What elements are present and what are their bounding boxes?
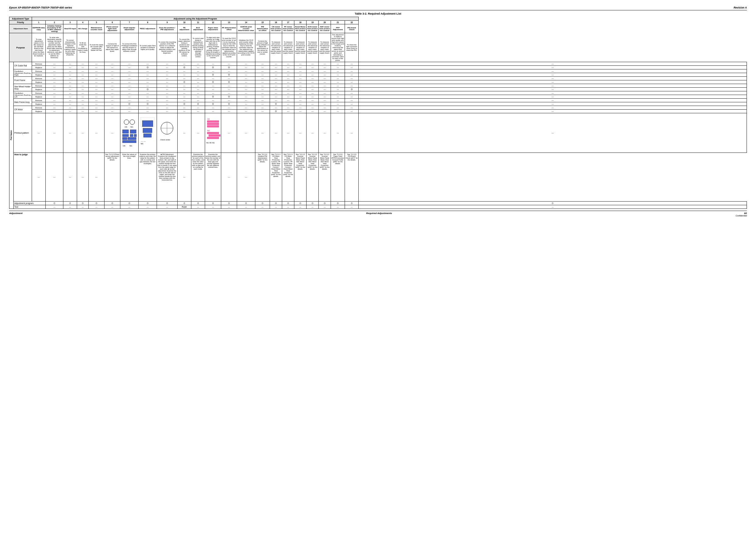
table-row: Main Frame Assy Remove -----------------… (10, 99, 747, 102)
part-name-cell: Part Name (10, 62, 14, 209)
header-model: Epson XP-850/XP-800/XP-750/XP-700/XP-600… (9, 6, 72, 9)
col-h2: Initialize Setting (Including S/ No. & M… (46, 24, 63, 33)
svg-text:MS: MS (141, 143, 144, 145)
svg-rect-11 (122, 140, 136, 143)
purpose-c17: To measure and correct the electrical va… (282, 33, 294, 62)
htj-c12: Examine the printout pattern and enter t… (205, 153, 221, 202)
table-row: Replace ------------------O-------------… (10, 88, 747, 91)
htj-c20: See "3.2.2.2 Scanner Motor Panel Motor H… (319, 153, 331, 202)
diagram-col6: OK NG OK NG (121, 113, 139, 153)
svg-text:---- ----: ---- ---- (141, 140, 146, 142)
col-h1: EEPROM data copy (32, 24, 46, 33)
col-h9: First dot position / PW adjustment (157, 24, 178, 33)
purpose-c7: To correct tilt of the Printhead install… (121, 33, 139, 62)
main-frame-assy-label: Main Frame Assy (14, 99, 32, 106)
col-8: 8 (139, 21, 157, 24)
table-row: Replace ------------------------------OO… (10, 73, 747, 77)
table-row: Parallelism Adjustment Bushing Right Rem… (10, 69, 747, 73)
htj-c16: See "3.2.2.1 CR Motor Heat Protection Co… (270, 153, 282, 202)
svg-rect-10 (128, 137, 136, 140)
table-row: Replace ------------------O---O---OO----… (10, 66, 747, 69)
htj-c22: See "3.2.2.5 PIS Board Check (p67)" for … (345, 153, 359, 202)
col-h6: Photo sensor light level adjustment (104, 24, 121, 33)
par-adj-left-label: Parallelism Adjustment Bushing Left (14, 91, 32, 99)
how-to-judge-label: How to judge (14, 153, 32, 202)
svg-rect-9 (122, 137, 127, 140)
col-17: 17 (282, 21, 294, 24)
purpose-c1: To copy adjustment values or the like st… (32, 33, 46, 62)
page-footer: Adjustment Required Adjustments 60 Confi… (9, 211, 747, 217)
htj-c17: See "3.2.2.1 CR Motor Heat Protection Co… (282, 153, 294, 202)
footer-confidential: Confidential (736, 215, 747, 217)
table-row: CR Motor Remove ------------------------… (10, 106, 747, 110)
replace-label: Replace (32, 66, 46, 69)
table-row: Parallelism Adjustment Bushing Left Remo… (10, 91, 747, 95)
table-row: Part Name CR Guide Rail Remove ---------… (10, 62, 747, 66)
purpose-c3: To correct characteristic variation of t… (63, 33, 77, 62)
col-h5: Maintenance counter reset (89, 24, 104, 33)
printout-pattern-row: Printout pattern --- --- --- --- --- ---… (10, 113, 747, 153)
purpose-c4: To fill ink inside the new Printhead to … (77, 33, 89, 62)
diagram-col11: OK NG NG OK NG (205, 113, 221, 153)
page: Epson XP-850/XP-800/XP-750/XP-700/XP-600… (0, 0, 756, 534)
col-h14: CD/DVD print counter deterioration clear (237, 24, 256, 33)
svg-rect-29 (207, 132, 219, 134)
tool-row-label: Tool (14, 205, 46, 209)
svg-text:NG: NG (130, 126, 133, 128)
svg-text:Check center: Check center (160, 139, 170, 140)
col-11: 11 (191, 21, 205, 24)
col-1: 1 (32, 21, 46, 24)
svg-rect-7 (130, 134, 133, 137)
col-h12: Paper skew adjustment (205, 24, 221, 33)
adj-program-label: Adjustment using the Adjustment Program (32, 17, 359, 21)
table-row: Front Frame Remove ---------------------… (10, 77, 747, 80)
header-revision: Revision A (734, 6, 747, 9)
svg-rect-31 (207, 137, 219, 139)
htj-c15: See "3.2.2.4 Initialize PW deterioration… (256, 153, 270, 202)
svg-text:OK: OK (125, 126, 127, 128)
col-22: 22 (345, 21, 359, 24)
col-9: 9 (157, 21, 178, 24)
svg-point-0 (124, 120, 129, 124)
col-h3: Head ID input (63, 24, 77, 33)
table-row: Replace ------------------------------OO… (10, 95, 747, 99)
svg-text:NG: NG (129, 145, 132, 147)
col-18: 18 (294, 21, 307, 24)
svg-rect-5 (130, 130, 136, 133)
svg-rect-16 (143, 128, 152, 133)
adj-type-label: Adjustment Type (10, 17, 32, 21)
col-20: 20 (319, 21, 331, 24)
purpose-c5: To reset the waste ink counter after rep… (89, 33, 104, 62)
pej-diagram: Check center (159, 116, 176, 149)
cr-guide-rail-label: CR Guide Rail (14, 62, 32, 69)
head-angular-diagram: ---- ---- MS (139, 116, 156, 149)
htj-c18: See "3.2.2.2 Scanner Motor Panel Motor H… (294, 153, 307, 202)
par-adj-right-label: Parallelism Adjustment Bushing Right (14, 69, 32, 77)
cr-motor-label: CR Motor (14, 106, 32, 113)
tool-row: Tool ------------------------ Ruler ----… (10, 205, 747, 209)
svg-rect-15 (142, 120, 153, 127)
ruler-cell: Ruler (178, 205, 191, 209)
page-header: Epson XP-850/XP-800/XP-750/XP-700/XP-600… (9, 6, 747, 10)
htj-c9: ■ PW Adjustment Examine the misaligned l… (157, 153, 178, 202)
purpose-c8: To correct paper feed variation to achie… (139, 33, 157, 62)
purpose-c12: To align print start position at 0-digit… (205, 33, 221, 62)
col-12: 12 (205, 21, 221, 24)
htj-c21: See "3.2.2.6 Paper Feed (PFP)/Correction… (331, 153, 345, 202)
htj-c6: See "3.2.2.3 Photo sensor adjustment (p6… (104, 153, 121, 202)
diagram-col7: ---- ---- MS (139, 113, 157, 153)
col-16: 16 (270, 21, 282, 24)
col-h7: Head angular adjustment (121, 24, 139, 33)
col-h16: CR motor heat protect ion control (270, 24, 282, 33)
col-6: 6 (104, 21, 121, 24)
purpose-label: Purpose (10, 33, 32, 62)
htj-c19: See "3.2.2.2 Scanner Motor Panel Motor H… (307, 153, 319, 202)
col-h11: Bi-D adjustment (191, 24, 205, 33)
col-2: 2 (46, 21, 63, 24)
htj-c11: Examine the printout patterns for each o… (191, 153, 205, 202)
col-h17: PF motor heat protect ion control (282, 24, 294, 33)
purpose-c9: To correct the mounting position of the … (157, 33, 178, 62)
main-table: Adjustment Type Adjustment using the Adj… (9, 17, 747, 209)
footer-center: Required Adjustments (366, 212, 392, 217)
svg-rect-6 (122, 134, 129, 137)
